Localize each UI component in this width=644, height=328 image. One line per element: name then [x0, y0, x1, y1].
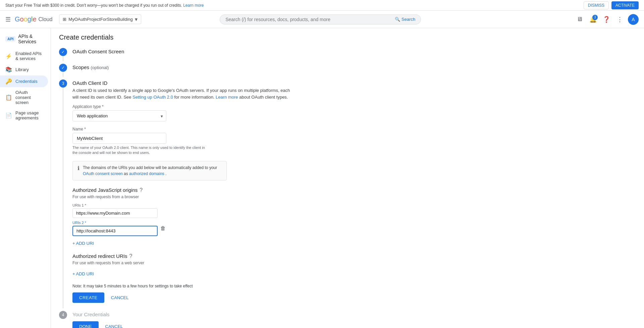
uri2-label: URIs 2 *: [72, 221, 158, 225]
search-button[interactable]: 🔍 Search: [395, 17, 415, 22]
sidebar-item-library[interactable]: 📚 Library: [0, 64, 48, 75]
more-options-icon[interactable]: ⋮: [614, 14, 625, 25]
logo: Google Cloud: [15, 15, 52, 23]
top-banner: Start your Free Trial with $300 in credi…: [0, 0, 644, 11]
step-title-4: Your Credentials: [72, 311, 294, 317]
step-circle-1: ✓: [59, 48, 67, 56]
help-icon[interactable]: ❓: [601, 14, 612, 25]
learn-more-link[interactable]: Learn more: [216, 95, 238, 100]
avatar[interactable]: A: [628, 14, 639, 25]
cloud-label: Cloud: [39, 16, 53, 22]
step-left-2: ✓: [59, 64, 67, 77]
oauth-client-id-form: A client ID is used to identify a single…: [72, 87, 294, 303]
sidebar-item-credentials[interactable]: 🔑 Credentials: [0, 75, 48, 87]
credentials-cancel-button[interactable]: CANCEL: [101, 321, 127, 328]
steps-container: ✓ OAuth Consent Screen ✓: [59, 48, 294, 328]
add-redirect-uri-button[interactable]: + ADD URI: [72, 269, 94, 278]
step-left: ✓: [59, 48, 67, 61]
menu-icon[interactable]: ☰: [5, 16, 11, 23]
step-left-4: 4: [59, 311, 67, 328]
note-text: Note: It may take 5 minutes to a few hou…: [72, 284, 294, 288]
monitor-icon[interactable]: 🖥: [574, 14, 585, 25]
step-title-1: OAuth Consent Screen: [72, 48, 294, 54]
scopes-optional: (optional): [91, 65, 109, 70]
banner-learn-more-link[interactable]: Learn more: [183, 3, 204, 8]
sidebar-title: APIs & Services: [18, 34, 45, 44]
sidebar-item-label: Page usage agreements: [15, 110, 43, 120]
app-type-select[interactable]: Web application Android iOS Desktop app: [72, 110, 166, 121]
js-origins-section: Authorized JavaScript origins ? For use …: [72, 187, 294, 248]
step-content-3: OAuth Client ID A client ID is used to i…: [72, 79, 294, 308]
step-left-3: 3: [59, 79, 67, 308]
step-number-3: 3: [62, 81, 64, 86]
uri-row-2: URIs 2 * 🗑: [72, 221, 294, 236]
step-circle-2: ✓: [59, 64, 67, 72]
step-scopes: ✓ Scopes (optional): [59, 64, 294, 77]
authorized-domains-link[interactable]: authorized domains: [129, 171, 164, 176]
check-icon: ✓: [61, 50, 65, 54]
search-icon: 🔍: [395, 17, 400, 22]
app-layout: API APIs & Services ⚡ Enabled APIs & ser…: [0, 28, 644, 328]
info-text: The domains of the URIs you add below wi…: [83, 165, 222, 177]
banner-text: Start your Free Trial with $300 in credi…: [5, 3, 204, 8]
uri1-label: URIs 1 *: [72, 203, 158, 207]
main-content: Create credentials ✓ OAuth Consent Scree…: [51, 28, 644, 328]
page-title: Create credentials: [59, 34, 636, 41]
redirect-uris-help-icon[interactable]: ?: [129, 253, 132, 259]
dismiss-button[interactable]: DISMISS: [584, 1, 609, 9]
page-usage-icon: 📄: [5, 112, 12, 119]
search-bar: 🔍 Search: [220, 14, 421, 24]
uri2-input[interactable]: [72, 226, 158, 236]
app-type-field: Application type * Web application Andro…: [72, 104, 294, 121]
sidebar-item-label: Enabled APIs & services: [15, 51, 43, 61]
project-selector[interactable]: ⊞ MyOAuthProjectForStoreBuilding ▾: [59, 14, 141, 24]
delete-uri2-icon[interactable]: 🗑: [160, 225, 166, 231]
step-your-credentials: 4 Your Credentials DONE CANCEL: [59, 311, 294, 328]
app-type-label: Application type *: [72, 104, 294, 109]
notification-badge: 3: [592, 15, 598, 20]
setting-up-link[interactable]: Setting up OAuth 2.0: [132, 95, 173, 100]
step-number-4: 4: [62, 313, 64, 317]
sidebar-item-oauth-consent[interactable]: 📋 OAuth consent screen: [0, 87, 48, 108]
name-label: Name *: [72, 127, 294, 131]
cancel-button[interactable]: CANCEL: [107, 292, 133, 303]
notification-icon[interactable]: 🔔 3: [588, 14, 598, 25]
sidebar: API APIs & Services ⚡ Enabled APIs & ser…: [0, 28, 51, 328]
done-button[interactable]: DONE: [72, 321, 99, 328]
project-name: MyOAuthProjectForStoreBuilding: [68, 17, 132, 22]
redirect-uris-hint: For use with requests from a web server: [72, 261, 294, 265]
name-input[interactable]: [72, 133, 166, 144]
check-icon-2: ✓: [61, 65, 65, 70]
js-origins-header: Authorized JavaScript origins ?: [72, 187, 294, 193]
redirect-uris-header: Authorized redirect URIs ?: [72, 253, 294, 259]
step-oauth-consent: ✓ OAuth Consent Screen: [59, 48, 294, 61]
step-circle-3: 3: [59, 79, 67, 88]
uri1-input[interactable]: [72, 208, 158, 218]
project-selector-icon: ⊞: [63, 17, 66, 22]
enabled-apis-icon: ⚡: [5, 53, 12, 59]
step-content-4: Your Credentials DONE CANCEL: [72, 311, 294, 328]
credentials-icon: 🔑: [5, 78, 12, 85]
step-line-3: [63, 88, 63, 308]
step-content-2: Scopes (optional): [72, 64, 294, 77]
oauth-consent-link[interactable]: OAuth consent screen: [83, 171, 123, 176]
sidebar-item-page-usage[interactable]: 📄 Page usage agreements: [0, 108, 48, 123]
step-title-3: OAuth Client ID: [72, 79, 294, 86]
search-input[interactable]: [225, 17, 392, 22]
activate-button[interactable]: ACTIVATE: [611, 1, 639, 9]
add-js-uri-button[interactable]: + ADD URI: [72, 239, 94, 248]
api-badge: API: [5, 36, 15, 42]
redirect-uris-section: Authorized redirect URIs ? For use with …: [72, 253, 294, 278]
form-action-buttons: CREATE CANCEL: [72, 292, 294, 303]
step-line-1: [63, 56, 63, 61]
credentials-action-buttons: DONE CANCEL: [72, 321, 294, 328]
oauth-consent-icon: 📋: [5, 94, 12, 101]
js-origins-help-icon[interactable]: ?: [140, 187, 143, 193]
uri-row-1: URIs 1 *: [72, 203, 294, 218]
banner-actions: DISMISS ACTIVATE: [584, 1, 639, 9]
create-button[interactable]: CREATE: [72, 292, 104, 303]
chevron-down-icon: ▾: [135, 16, 138, 22]
step-line-2: [63, 72, 63, 77]
sidebar-item-enabled-apis[interactable]: ⚡ Enabled APIs & services: [0, 48, 48, 64]
library-icon: 📚: [5, 66, 12, 73]
